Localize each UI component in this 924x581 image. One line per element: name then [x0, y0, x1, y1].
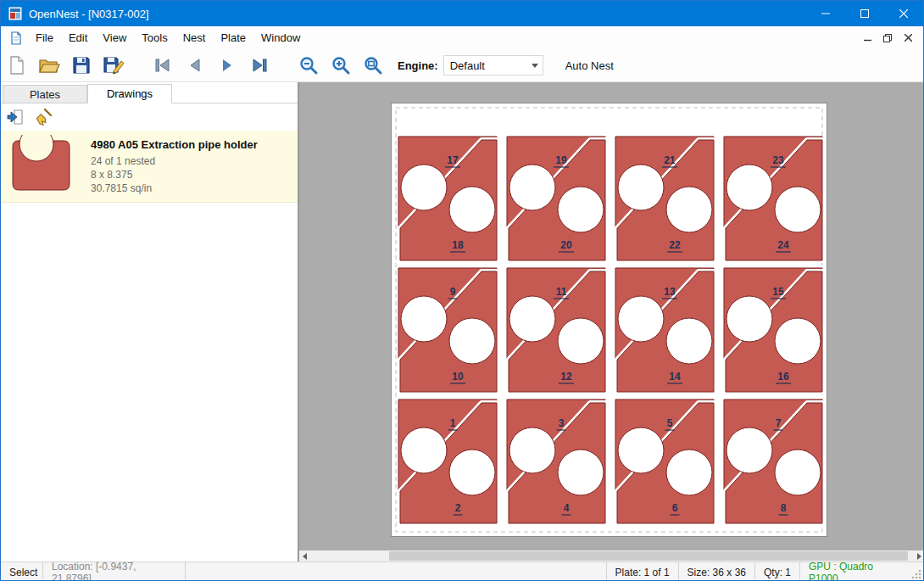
first-plate-icon	[153, 55, 173, 75]
mdi-close-button[interactable]	[898, 30, 918, 47]
drawing-info: 4980 A05 Extraction pipe holder 24 of 1 …	[82, 138, 258, 195]
scroll-left-button[interactable]	[299, 550, 310, 561]
last-plate-button[interactable]	[245, 52, 274, 79]
zoom-in-button[interactable]	[326, 52, 355, 79]
nested-pair: 910	[398, 268, 497, 392]
menu-file[interactable]: File	[28, 27, 61, 48]
app-icon	[8, 7, 22, 20]
last-plate-icon	[249, 55, 270, 75]
engine-value: Default	[450, 59, 485, 72]
chevron-down-icon	[532, 64, 538, 68]
status-bar: Select Location: [-0.9437, 21.8796] Plat…	[1, 561, 923, 581]
panel-tabstrip: Plates Drawings	[1, 82, 298, 103]
tab-plates[interactable]: Plates	[3, 85, 87, 103]
tab-drawings[interactable]: Drawings	[87, 84, 172, 103]
save-button[interactable]	[67, 52, 96, 79]
part-number: 16	[777, 371, 789, 383]
status-gpu: GPU : Quadro P1000	[799, 562, 910, 581]
menu-edit[interactable]: Edit	[61, 27, 95, 48]
nested-pair: 56	[615, 399, 714, 523]
maximize-button[interactable]	[845, 1, 884, 26]
engine-label: Engine:	[398, 59, 438, 72]
nested-pair: 1718	[398, 137, 497, 260]
part-number: 15	[772, 286, 784, 298]
drawing-size: 8 x 8.375	[91, 168, 258, 182]
plate-sheet[interactable]: 171819202122232491011121314151612345678	[391, 103, 827, 537]
zoom-fit-button[interactable]	[359, 52, 387, 79]
part-thumbnail	[8, 135, 82, 198]
part-number: 22	[669, 239, 681, 251]
drawings-toolbar	[1, 103, 298, 131]
mdi-restore-button[interactable]	[877, 30, 898, 47]
nested-pair: 1920	[507, 137, 605, 260]
part-number: 19	[555, 154, 567, 166]
app-window: OpenNest - [N0317-002] File Edit View To…	[0, 0, 924, 581]
part-number: 17	[447, 154, 459, 166]
status-location: Location: [-0.9437, 21.8796]	[43, 562, 186, 581]
next-plate-button[interactable]	[213, 52, 242, 79]
status-plate-count: Plate: 1 of 1	[606, 562, 678, 581]
left-panel: Plates Drawings 498	[1, 82, 298, 561]
nested-pair: 78	[724, 399, 822, 523]
part-number: 10	[452, 371, 464, 383]
mdi-document-icon[interactable]	[9, 31, 23, 45]
part-number: 6	[672, 502, 678, 514]
drawing-title: 4980 A05 Extraction pipe holder	[91, 138, 258, 151]
menu-plate[interactable]: Plate	[213, 27, 253, 48]
nested-pair: 2324	[724, 137, 822, 260]
resize-grip[interactable]	[910, 562, 923, 581]
part-number: 1	[450, 417, 456, 429]
save-icon	[71, 55, 92, 75]
menu-tools[interactable]: Tools	[134, 27, 175, 48]
part-number: 3	[559, 417, 565, 429]
open-folder-icon	[38, 55, 60, 75]
open-button[interactable]	[35, 52, 64, 79]
menu-nest[interactable]: Nest	[175, 27, 214, 48]
nested-pair: 12	[398, 399, 497, 523]
close-button[interactable]	[884, 1, 923, 26]
minimize-icon	[821, 9, 830, 18]
zoom-in-icon	[331, 55, 351, 75]
window-title: OpenNest - [N0317-002]	[29, 8, 806, 20]
new-button[interactable]	[3, 52, 31, 79]
drawing-list-item[interactable]: 4980 A05 Extraction pipe holder 24 of 1 …	[1, 131, 298, 203]
part-number: 24	[777, 239, 789, 251]
part-number: 13	[664, 286, 676, 298]
status-plate-size: Size: 36 x 36	[678, 562, 754, 581]
drawing-nested-count: 24 of 1 nested	[91, 154, 258, 168]
nested-pair: 1112	[507, 268, 605, 392]
nested-pair: 2122	[615, 137, 714, 260]
part-number: 9	[450, 286, 456, 298]
first-plate-button[interactable]	[148, 52, 177, 79]
engine-select[interactable]: Default	[443, 55, 543, 75]
close-icon	[899, 9, 908, 18]
zoom-fit-icon	[363, 55, 383, 75]
auto-nest-button[interactable]: Auto Nest	[559, 55, 621, 76]
save-edit-button[interactable]	[99, 52, 128, 79]
scroll-right-icon	[916, 553, 922, 560]
mdi-minimize-button[interactable]	[857, 30, 877, 47]
clean-button[interactable]	[31, 106, 55, 128]
scrollbar-thumb[interactable]	[389, 551, 908, 561]
part-number: 20	[560, 239, 572, 251]
part-number: 5	[667, 417, 673, 429]
scroll-right-button[interactable]	[914, 550, 924, 561]
nested-pair: 1314	[615, 268, 714, 392]
menu-window[interactable]: Window	[253, 27, 308, 48]
import-drawing-button[interactable]	[4, 106, 28, 128]
resize-grip-icon	[910, 568, 922, 580]
clean-icon	[34, 108, 53, 126]
part-number: 21	[664, 154, 676, 166]
part-number: 2	[455, 502, 461, 514]
minimize-button[interactable]	[806, 1, 845, 26]
menu-view[interactable]: View	[95, 27, 134, 48]
mdi-minimize-icon	[864, 34, 871, 42]
part-number: 7	[776, 417, 782, 429]
nested-pair: 34	[507, 399, 605, 523]
save-edit-icon	[103, 55, 125, 75]
previous-plate-button[interactable]	[181, 52, 209, 79]
new-file-icon	[7, 55, 27, 75]
mdi-close-icon	[905, 34, 912, 42]
nest-canvas[interactable]: 171819202122232491011121314151612345678	[299, 82, 924, 550]
zoom-out-button[interactable]	[294, 52, 323, 79]
